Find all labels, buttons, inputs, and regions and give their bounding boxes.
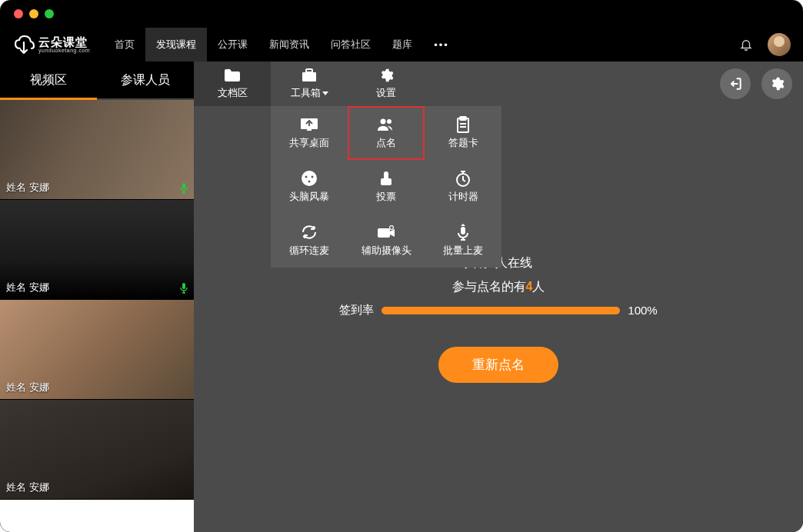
exit-button[interactable] [720, 68, 751, 99]
dd-timer[interactable]: 计时器 [425, 160, 501, 214]
rate-label: 签到率 [339, 303, 374, 318]
mic-up-icon [456, 224, 470, 241]
svg-rect-9 [460, 117, 466, 120]
logo-sub-text: yunduoketang.com [38, 48, 90, 53]
video-item[interactable]: 姓名 安娜 [0, 100, 194, 200]
settings-round-button[interactable] [761, 68, 792, 99]
attendance-rate-row: 签到率 100% [339, 303, 657, 318]
dd-label: 循环连麦 [289, 244, 329, 258]
settings-button[interactable]: 设置 [348, 62, 425, 106]
video-item[interactable] [0, 500, 194, 532]
top-nav: 云朵课堂 yunduoketang.com 首页 发现课程 公开课 新闻资讯 问… [0, 28, 803, 62]
settings-label: 设置 [376, 86, 396, 100]
video-name-label: 姓名 安娜 [6, 480, 49, 494]
dd-brainstorm[interactable]: 头脑风暴 [271, 160, 348, 214]
svg-point-6 [381, 119, 386, 125]
dd-vote[interactable]: 投票 [348, 160, 425, 214]
svg-point-13 [308, 181, 311, 183]
svg-point-10 [302, 171, 317, 186]
nav-discover-courses[interactable]: 发现课程 [145, 28, 207, 62]
maximize-dot[interactable] [45, 9, 54, 18]
dd-label: 投票 [376, 190, 396, 204]
toolbox-button[interactable]: 工具箱 [271, 62, 348, 106]
folder-icon [224, 68, 241, 83]
dd-label: 批量上麦 [443, 244, 483, 258]
doc-area-label: 文档区 [218, 86, 248, 100]
svg-rect-15 [378, 228, 390, 238]
redo-rollcall-button[interactable]: 重新点名 [438, 347, 558, 383]
logo[interactable]: 云朵课堂 yunduoketang.com [12, 35, 90, 55]
svg-point-7 [387, 119, 392, 124]
nav-more[interactable]: ••• [423, 39, 460, 51]
main-toolbar: 文档区 工具箱 设置 [194, 62, 803, 106]
user-avatar[interactable] [768, 33, 791, 56]
close-dot[interactable] [14, 9, 23, 18]
timer-icon [455, 170, 471, 187]
screen-share-icon [300, 116, 318, 133]
logo-main-text: 云朵课堂 [38, 36, 90, 48]
video-item[interactable]: 姓名 安娜 [0, 400, 194, 500]
dd-label: 计时器 [448, 190, 478, 204]
dd-aux-camera[interactable]: 辅助摄像头 [348, 214, 425, 268]
dd-rollcall[interactable]: 点名 [348, 106, 425, 160]
svg-rect-3 [306, 69, 312, 72]
dd-label: 答题卡 [448, 136, 478, 150]
minimize-dot[interactable] [29, 9, 38, 18]
svg-rect-5 [307, 129, 312, 131]
dd-label: 辅助摄像头 [362, 244, 411, 258]
dd-label: 共享桌面 [289, 136, 329, 150]
video-item[interactable]: 姓名 安娜 [0, 200, 194, 300]
svg-rect-1 [182, 283, 185, 289]
svg-point-11 [305, 176, 308, 178]
chevron-down-icon [322, 91, 328, 95]
mic-active-icon [178, 282, 189, 294]
bell-icon[interactable] [734, 32, 758, 57]
nav-public-class[interactable]: 公开课 [207, 28, 258, 62]
mic-active-icon [178, 182, 189, 195]
vote-icon [378, 170, 394, 187]
dd-cycle-mic[interactable]: 循环连麦 [271, 214, 348, 268]
video-thumbnail [0, 500, 194, 532]
window-titlebar [0, 0, 803, 28]
progress-bar [382, 307, 620, 314]
camera-plus-icon [377, 224, 395, 241]
briefcase-icon [301, 68, 318, 83]
video-list: 姓名 安娜 姓名 安娜 姓名 安娜 姓名 安娜 [0, 100, 194, 532]
brain-icon [301, 170, 318, 187]
video-item[interactable]: 姓名 安娜 [0, 300, 194, 400]
nav-question-bank[interactable]: 题库 [382, 28, 423, 62]
nav-home[interactable]: 首页 [104, 28, 145, 62]
svg-point-12 [312, 176, 314, 178]
svg-rect-2 [302, 72, 316, 81]
gear-icon [378, 68, 394, 83]
video-name-label: 姓名 安娜 [6, 281, 49, 294]
nav-qa-community[interactable]: 问答社区 [320, 28, 382, 62]
participated-status: 参与点名的有4人 [452, 279, 545, 295]
main-area: 文档区 工具箱 设置 [194, 62, 803, 532]
sidebar: 视频区 参课人员 姓名 安娜 姓名 安娜 姓名 安娜 [0, 62, 194, 532]
cloud-logo-icon [12, 35, 35, 55]
video-name-label: 姓名 安娜 [6, 381, 49, 394]
dd-answer-card[interactable]: 答题卡 [425, 106, 501, 160]
video-name-label: 姓名 安娜 [6, 181, 49, 195]
dd-batch-mic[interactable]: 批量上麦 [425, 214, 501, 268]
svg-rect-0 [182, 183, 185, 189]
tab-participants[interactable]: 参课人员 [97, 62, 194, 98]
toolbox-label: 工具箱 [291, 86, 321, 100]
clipboard-icon [456, 116, 470, 133]
svg-rect-17 [461, 227, 465, 234]
toolbox-dropdown: 共享桌面 点名 答题卡 头脑风暴 投票 [271, 106, 501, 268]
tab-video-area[interactable]: 视频区 [0, 62, 97, 98]
dd-label: 点名 [376, 136, 396, 150]
cycle-icon [301, 224, 318, 241]
doc-area-button[interactable]: 文档区 [194, 62, 271, 106]
dd-share-desktop[interactable]: 共享桌面 [271, 106, 348, 160]
dd-label: 头脑风暴 [289, 190, 329, 204]
people-icon [377, 116, 395, 133]
nav-news[interactable]: 新闻资讯 [258, 28, 320, 62]
rate-percent: 100% [628, 304, 657, 317]
